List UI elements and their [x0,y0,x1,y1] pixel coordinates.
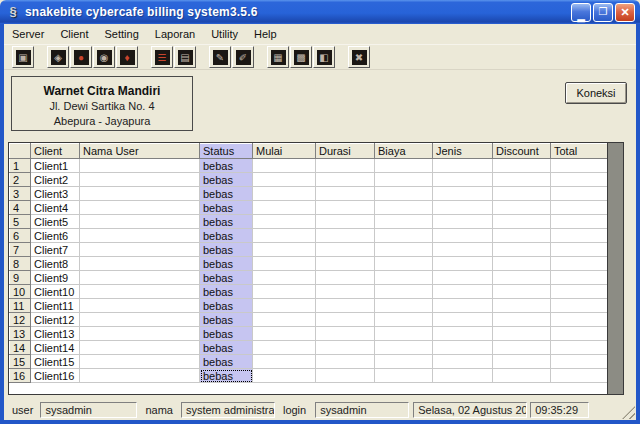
column-header-discount[interactable]: Discount [493,144,551,159]
menu-client[interactable]: Client [52,26,96,42]
durasi-cell[interactable] [316,299,375,313]
total-cell[interactable] [551,355,608,369]
status-cell[interactable]: bebas [200,173,253,187]
discount-cell[interactable] [493,215,551,229]
jenis-cell[interactable] [433,201,493,215]
row-number-cell[interactable]: 5 [10,215,31,229]
total-cell[interactable] [551,229,608,243]
menu-utility[interactable]: Utility [203,26,246,42]
discount-cell[interactable] [493,173,551,187]
jenis-cell[interactable] [433,215,493,229]
nama-user-cell[interactable] [80,215,200,229]
jenis-cell[interactable] [433,229,493,243]
client-cell[interactable]: Client9 [31,271,80,285]
total-cell[interactable] [551,327,608,341]
client-cell[interactable]: Client2 [31,173,80,187]
status-cell[interactable]: bebas [200,369,253,383]
nama-user-cell[interactable] [80,327,200,341]
nama-user-cell[interactable] [80,243,200,257]
discount-cell[interactable] [493,243,551,257]
mulai-cell[interactable] [253,285,316,299]
total-cell[interactable] [551,271,608,285]
status-cell[interactable]: bebas [200,327,253,341]
nama-user-cell[interactable] [80,285,200,299]
client-cell[interactable]: Client3 [31,187,80,201]
client-cell[interactable]: Client6 [31,229,80,243]
client-cell[interactable]: Client15 [31,355,80,369]
discount-cell[interactable] [493,327,551,341]
biaya-cell[interactable] [375,341,433,355]
client-cell[interactable]: Client4 [31,201,80,215]
total-cell[interactable] [551,243,608,257]
total-cell[interactable] [551,299,608,313]
koneksi-button[interactable]: Koneksi [565,82,627,104]
status-cell[interactable]: bebas [200,243,253,257]
nama-user-cell[interactable] [80,187,200,201]
total-cell[interactable] [551,285,608,299]
discount-cell[interactable] [493,299,551,313]
total-cell[interactable] [551,187,608,201]
biaya-cell[interactable] [375,257,433,271]
status-cell[interactable]: bebas [200,271,253,285]
total-cell[interactable] [551,159,608,173]
toolbar-button-print[interactable]: ▩ [290,46,312,68]
nama-user-cell[interactable] [80,257,200,271]
row-number-cell[interactable]: 2 [10,173,31,187]
durasi-cell[interactable] [316,327,375,341]
nama-user-cell[interactable] [80,341,200,355]
discount-cell[interactable] [493,187,551,201]
toolbar-button-exit[interactable]: ✖ [348,46,370,68]
biaya-cell[interactable] [375,355,433,369]
jenis-cell[interactable] [433,341,493,355]
discount-cell[interactable] [493,201,551,215]
durasi-cell[interactable] [316,271,375,285]
biaya-cell[interactable] [375,173,433,187]
discount-cell[interactable] [493,229,551,243]
column-header-nama-user[interactable]: Nama User [80,144,200,159]
mulai-cell[interactable] [253,201,316,215]
row-number-cell[interactable]: 10 [10,285,31,299]
durasi-cell[interactable] [316,173,375,187]
jenis-cell[interactable] [433,369,493,383]
status-cell[interactable]: bebas [200,355,253,369]
minimize-button[interactable]: ▂ [571,3,591,22]
row-number-cell[interactable]: 13 [10,327,31,341]
row-number-cell[interactable]: 9 [10,271,31,285]
row-number-cell[interactable]: 12 [10,313,31,327]
menu-help[interactable]: Help [246,26,285,42]
nama-user-cell[interactable] [80,369,200,383]
mulai-cell[interactable] [253,215,316,229]
mulai-cell[interactable] [253,341,316,355]
row-number-cell[interactable]: 8 [10,257,31,271]
discount-cell[interactable] [493,313,551,327]
row-number-cell[interactable]: 14 [10,341,31,355]
nama-user-cell[interactable] [80,299,200,313]
durasi-cell[interactable] [316,215,375,229]
jenis-cell[interactable] [433,257,493,271]
client-cell[interactable]: Client14 [31,341,80,355]
status-cell[interactable]: bebas [200,341,253,355]
mulai-cell[interactable] [253,229,316,243]
row-number-cell[interactable]: 6 [10,229,31,243]
toolbar-button-note[interactable]: ✐ [232,46,254,68]
toolbar-button-server[interactable]: ▣ [12,46,34,68]
jenis-cell[interactable] [433,327,493,341]
biaya-cell[interactable] [375,201,433,215]
total-cell[interactable] [551,215,608,229]
status-cell[interactable]: bebas [200,229,253,243]
row-number-cell[interactable]: 1 [10,159,31,173]
biaya-cell[interactable] [375,229,433,243]
column-header-biaya[interactable]: Biaya [375,144,433,159]
durasi-cell[interactable] [316,285,375,299]
jenis-cell[interactable] [433,355,493,369]
total-cell[interactable] [551,173,608,187]
durasi-cell[interactable] [316,369,375,383]
row-number-cell[interactable]: 16 [10,369,31,383]
column-header-jenis[interactable]: Jenis [433,144,493,159]
client-cell[interactable]: Client8 [31,257,80,271]
client-cell[interactable]: Client11 [31,299,80,313]
total-cell[interactable] [551,201,608,215]
nama-user-cell[interactable] [80,173,200,187]
toolbar-button-report[interactable]: ▦ [267,46,289,68]
nama-user-cell[interactable] [80,355,200,369]
